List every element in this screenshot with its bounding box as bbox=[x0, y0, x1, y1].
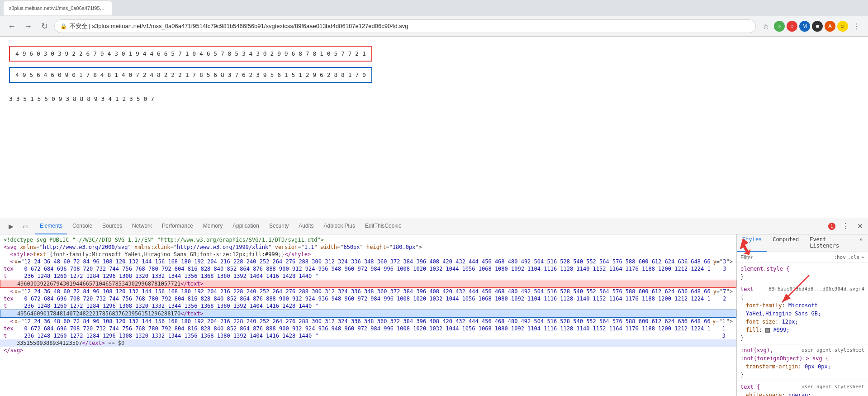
tab-network[interactable]: Network bbox=[128, 218, 157, 234]
source-line-10: </svg> bbox=[0, 347, 736, 354]
not-svg-selector: :not(svg), bbox=[740, 347, 773, 353]
styles-tab-computed[interactable]: Computed bbox=[767, 234, 804, 252]
text-selector: text bbox=[740, 286, 754, 292]
source-line-9-selected: 3351550938893412350​7</text> == $0 bbox=[0, 339, 736, 347]
address-text: 不安全 | s3plus.meituan.net/v1/mss_0a06a471… bbox=[70, 22, 408, 30]
tab-bar: s3plus.meituan.net/v1/mss_0a06a471f9514f… bbox=[0, 0, 868, 16]
device-toggle-icon[interactable]: ▭ bbox=[19, 220, 32, 233]
styles-panel-inner: Styles Computed Event Listeners » :hov .… bbox=[737, 234, 868, 396]
tab-editthiscookie[interactable]: EditThisCookie bbox=[360, 218, 406, 234]
browser-toolbar-icons: ☆ ○ ○ M ■ A ☺ ⋮ bbox=[759, 20, 863, 33]
source-line-1: <!doctype svg PUBLIC "-//W3C//DTD SVG 1.… bbox=[0, 236, 736, 243]
inspect-element-icon[interactable]: ▶ bbox=[5, 220, 17, 233]
white-space-property: white-space bbox=[746, 392, 782, 396]
forward-button[interactable]: → bbox=[22, 20, 34, 33]
user-agent-label-1: user agent stylesheet bbox=[802, 346, 864, 354]
more-options-icon[interactable]: ⋮ bbox=[850, 20, 863, 33]
not-svg-section: :not(svg), user agent stylesheet :not(fo… bbox=[737, 344, 868, 381]
font-size-property: font-size bbox=[746, 319, 775, 325]
tab-title: s3plus.meituan.net/v1/mss_0a06a471f9514f… bbox=[9, 5, 107, 11]
source-line-2: <svg xmlns="http://www.w3.org/2000/svg" … bbox=[0, 243, 736, 251]
devtools-left-icons: ▶ ▭ bbox=[2, 220, 34, 233]
tab-sources[interactable]: Sources bbox=[98, 218, 127, 234]
not-foreign-selector: :not(foreignObject) > svg { bbox=[740, 355, 829, 362]
user-agent-label-2: user agent stylesheet bbox=[802, 383, 864, 391]
tab-performance[interactable]: Performance bbox=[157, 218, 198, 234]
back-button[interactable]: ← bbox=[5, 20, 18, 33]
text-source-link[interactable]: 89f6aae013bd4d8...d06c904d.svg:4 bbox=[768, 285, 864, 293]
reload-button[interactable]: ↻ bbox=[38, 20, 51, 33]
transform-origin-value: 0px 0px; bbox=[805, 363, 831, 370]
bookmark-icon[interactable]: ☆ bbox=[759, 20, 772, 33]
blue-box-text: 4 9 5 6 4 6 0 9 0 1 7 8 4 8 1 4 0 7 2 4 … bbox=[9, 67, 372, 83]
source-line-3: <style>text {font-family:Microsoft YaHei… bbox=[0, 251, 736, 258]
security-icon: 🔒 bbox=[60, 23, 67, 29]
extension-icon-1[interactable]: M bbox=[799, 21, 810, 32]
address-bar[interactable]: 🔒 不安全 | s3plus.meituan.net/v1/mss_0a06a4… bbox=[54, 19, 756, 33]
tab-memory[interactable]: Memory bbox=[199, 218, 227, 234]
styles-tab-more[interactable]: » bbox=[854, 234, 868, 252]
browser-chrome: s3plus.meituan.net/v1/mss_0a06a471f9514f… bbox=[0, 0, 868, 37]
text-style-section: text 89f6aae013bd4d8...d06c904d.svg:4 { … bbox=[737, 283, 868, 344]
font-size-value: 12px; bbox=[782, 319, 798, 325]
transform-origin-property: transform-origin bbox=[746, 363, 798, 370]
source-line-6: <text x="12 24 36 48 60 72 84 96 108 120… bbox=[0, 288, 736, 310]
tab-adblock[interactable]: Adblock Plus bbox=[319, 218, 360, 234]
styles-panel: Styles Computed Event Listeners » :hov .… bbox=[737, 234, 868, 396]
nav-bar: ← → ↻ 🔒 不安全 | s3plus.meituan.net/v1/mss_… bbox=[0, 16, 868, 36]
error-badge: 1 bbox=[828, 223, 835, 230]
styles-filter-input[interactable] bbox=[740, 254, 832, 261]
cls-button[interactable]: .cls bbox=[848, 254, 860, 260]
hov-button[interactable]: :hov bbox=[834, 254, 846, 260]
devtools-toolbar: ▶ ▭ Elements Console Sources Network Per… bbox=[0, 218, 868, 234]
tab-elements[interactable]: Elements bbox=[35, 218, 67, 234]
styles-tab-styles[interactable]: Styles bbox=[737, 234, 767, 252]
page-content: 4 9 6 0 3 0 3 9 2 2 6 7 9 4 3 0 1 9 4 4 … bbox=[0, 37, 868, 218]
source-panel[interactable]: <!doctype svg PUBLIC "-//W3C//DTD SVG 1.… bbox=[0, 234, 737, 396]
styles-pseudo-buttons: :hov .cls + bbox=[834, 254, 864, 260]
devtools-close-icon[interactable]: ✕ bbox=[854, 220, 866, 233]
profile-icon-2[interactable]: ○ bbox=[787, 21, 797, 32]
font-family-property: font-family bbox=[746, 302, 782, 309]
element-style-section: element.style { } bbox=[737, 263, 868, 283]
browser-tab[interactable]: s3plus.meituan.net/v1/mss_0a06a471f9514f… bbox=[4, 1, 112, 15]
source-line-8: <text x="12 24 36 48 60 72 84 96 108 120… bbox=[0, 318, 736, 339]
fill-property: fill bbox=[746, 327, 759, 333]
styles-tabs: Styles Computed Event Listeners » bbox=[737, 234, 868, 252]
devtools-body: <!doctype svg PUBLIC "-//W3C//DTD SVG 1.… bbox=[0, 234, 868, 396]
extension-icon-3[interactable]: A bbox=[825, 21, 835, 32]
source-line-7-highlighted: 4956460901784814072482221785683762395615… bbox=[0, 310, 736, 318]
extension-icon-2[interactable]: ■ bbox=[812, 21, 823, 32]
element-style-close: } bbox=[740, 274, 744, 280]
tab-console[interactable]: Console bbox=[68, 218, 97, 234]
white-space-value: nowrap; bbox=[788, 392, 811, 396]
element-style-selector: element.style { bbox=[740, 266, 789, 272]
source-line-5-highlighted: 4960303922679430194466571046578534302996… bbox=[0, 280, 736, 288]
profile-icon-1[interactable]: ○ bbox=[774, 21, 785, 32]
styles-tab-event-listeners[interactable]: Event Listeners bbox=[804, 234, 854, 252]
tab-security[interactable]: Security bbox=[265, 218, 293, 234]
add-style-button[interactable]: + bbox=[861, 254, 864, 260]
text-ua-selector: text { bbox=[740, 384, 760, 390]
devtools-more-icon[interactable]: ⋮ bbox=[839, 220, 852, 233]
text-ua-section: text { user agent stylesheet white-space… bbox=[737, 381, 868, 396]
devtools-panel: ▶ ▭ Elements Console Sources Network Per… bbox=[0, 218, 868, 396]
devtools-right-icons: 1 ⋮ ✕ bbox=[828, 220, 866, 233]
fill-color-swatch[interactable] bbox=[765, 328, 770, 333]
fill-value: #999; bbox=[773, 327, 790, 333]
source-line-4: <text x="12 24 36 48 60 72 84 96 108 120… bbox=[0, 258, 736, 280]
styles-filter-row: :hov .cls + bbox=[737, 252, 868, 263]
plain-text: 3 3 5 1 5 5 0 9 3 8 8 8 9 3 4 1 2 3 5 0 … bbox=[9, 92, 859, 106]
tab-application[interactable]: Application bbox=[228, 218, 264, 234]
red-box-text: 4 9 6 0 3 0 3 9 2 2 6 7 9 4 3 0 1 9 4 4 … bbox=[9, 46, 372, 62]
extension-icon-4[interactable]: ☺ bbox=[837, 21, 848, 32]
tab-audits[interactable]: Audits bbox=[294, 218, 318, 234]
